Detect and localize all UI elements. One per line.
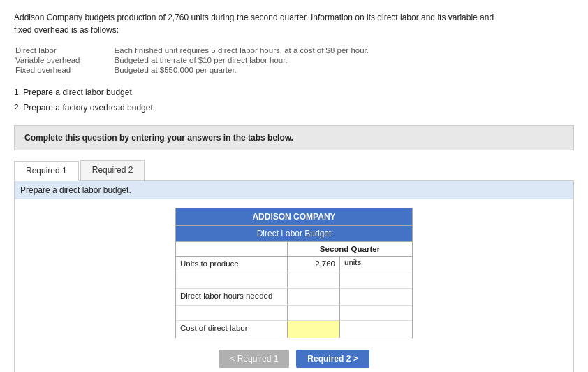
info-desc: Budgeted at $550,000 per quarter.: [108, 66, 369, 74]
row-label: Units to produce: [176, 257, 288, 273]
row-label: Cost of direct labor: [176, 321, 288, 338]
budget-row: Direct labor hours needed: [176, 289, 412, 306]
intro-paragraph: Addison Company budgets production of 2,…: [14, 11, 574, 36]
info-row: Fixed overhead Budgeted at $550,000 per …: [15, 66, 369, 74]
row-input-empty[interactable]: [288, 306, 340, 320]
complete-text: Complete this question by entering your …: [24, 133, 293, 143]
budget-row: Cost of direct labor: [176, 321, 412, 338]
row-unit: units: [340, 257, 412, 273]
info-label: Variable overhead: [15, 56, 106, 64]
prev-button[interactable]: < Required 1: [219, 350, 289, 368]
info-row: Direct labor Each finished unit requires…: [15, 46, 369, 55]
empty-input[interactable]: [291, 275, 337, 283]
intro-line1: Addison Company budgets production of 2,…: [14, 11, 574, 24]
col-header-second-quarter: Second Quarter: [288, 242, 412, 256]
hours-input[interactable]: [291, 290, 337, 299]
empty-input[interactable]: [291, 307, 337, 315]
numbered-item: 1. Prepare a direct labor budget.: [14, 85, 574, 101]
tab-required2[interactable]: Required 2: [80, 160, 145, 180]
budget-table: ADDISON COMPANY Direct Labor Budget Seco…: [175, 208, 413, 338]
row-label: [176, 273, 288, 288]
info-desc: Each finished unit requires 5 direct lab…: [108, 46, 369, 55]
info-table: Direct labor Each finished unit requires…: [14, 45, 370, 76]
tab-required1[interactable]: Required 1: [14, 161, 79, 181]
intro-line2: fixed overhead is as follows:: [14, 24, 574, 36]
info-label: Fixed overhead: [15, 66, 106, 74]
budget-title: Direct Labor Budget: [176, 226, 412, 242]
budget-row: [176, 306, 412, 321]
budget-company: ADDISON COMPANY: [176, 208, 412, 226]
row-label: Direct labor hours needed: [176, 289, 288, 305]
info-row: Variable overhead Budgeted at the rate o…: [15, 56, 369, 64]
next-button[interactable]: Required 2 >: [296, 350, 369, 368]
info-label: Direct labor: [15, 46, 106, 55]
prepare-label: Prepare a direct labor budget.: [15, 181, 573, 199]
budget-col-header: Second Quarter: [176, 242, 412, 257]
budget-row: [176, 273, 412, 289]
row-unit: [340, 321, 412, 338]
numbered-item: 2. Prepare a factory overhead budget.: [14, 101, 574, 116]
row-unit: [340, 273, 412, 288]
row-unit: [340, 306, 412, 320]
info-desc: Budgeted at the rate of $10 per direct l…: [108, 56, 369, 64]
row-input-yellow[interactable]: [288, 321, 340, 338]
footer-nav: < Required 1 Required 2 >: [175, 350, 413, 368]
row-label: [176, 306, 288, 320]
row-input-empty[interactable]: [288, 273, 340, 288]
budget-row: Units to produce 2,760 units: [176, 257, 412, 273]
row-input[interactable]: [288, 289, 340, 305]
row-unit: [340, 289, 412, 305]
row-value: 2,760: [288, 257, 340, 273]
numbered-list: 1. Prepare a direct labor budget.2. Prep…: [14, 85, 574, 115]
complete-box: Complete this question by entering your …: [14, 125, 574, 150]
cost-input[interactable]: [291, 322, 337, 331]
tabs-row: Required 1 Required 2: [14, 160, 574, 181]
tab-content: Prepare a direct labor budget. ADDISON C…: [14, 181, 574, 372]
